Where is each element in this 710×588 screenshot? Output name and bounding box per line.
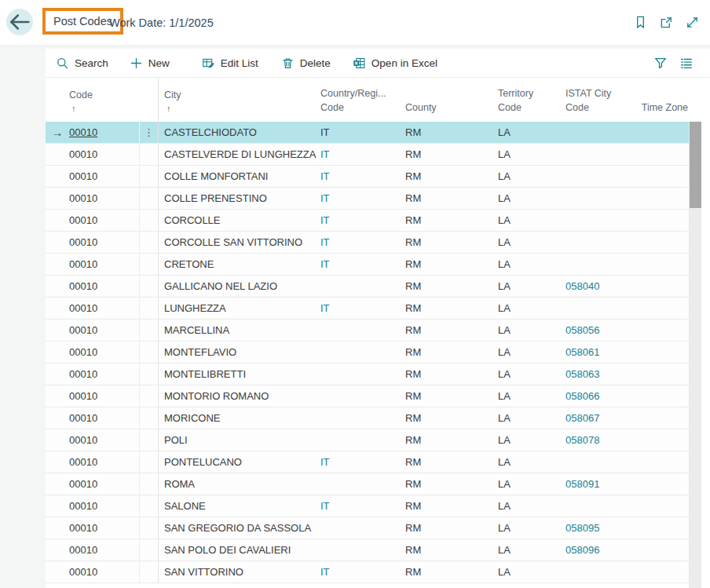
cell-country-region-code[interactable]: IT (320, 188, 405, 209)
cell-istat-city-code[interactable] (565, 232, 631, 253)
cell-county[interactable]: RM (405, 363, 498, 385)
cell-county[interactable]: RM (405, 232, 498, 253)
cell-time-zone[interactable] (631, 429, 689, 451)
cell-territory-code[interactable]: LA (498, 254, 565, 275)
cell-time-zone[interactable] (631, 254, 689, 275)
table-row[interactable]: 00010SAN GREGORIO DA SASSOLARMLA058095 (46, 517, 689, 539)
table-row[interactable]: 00010SALONEITRMLA (46, 495, 689, 517)
cell-city[interactable]: CASTELVERDE DI LUNGHEZZA (159, 144, 320, 165)
cell-country-region-code[interactable]: IT (320, 232, 405, 253)
cell-istat-city-code[interactable] (565, 298, 631, 319)
open-in-excel-button[interactable]: Open in Excel (353, 57, 437, 70)
cell-country-region-code[interactable] (320, 517, 405, 539)
table-row[interactable]: 00010PONTELUCANOITRMLA (46, 451, 689, 473)
cell-time-zone[interactable] (631, 539, 689, 561)
cell-territory-code[interactable]: LA (498, 298, 565, 319)
cell-istat-city-code[interactable]: 058040 (565, 276, 631, 297)
cell-time-zone[interactable] (631, 363, 689, 385)
bookmark-icon[interactable] (633, 15, 648, 30)
popout-icon[interactable] (659, 15, 674, 30)
cell-time-zone[interactable] (631, 210, 689, 231)
cell-time-zone[interactable] (631, 495, 689, 517)
cell-time-zone[interactable] (631, 320, 689, 341)
cell-istat-city-code[interactable] (565, 210, 631, 231)
cell-territory-code[interactable]: LA (498, 210, 565, 231)
cell-city[interactable]: POLI (159, 429, 320, 451)
list-view-icon[interactable] (679, 56, 694, 70)
cell-territory-code[interactable]: LA (498, 363, 565, 385)
table-row[interactable]: 00010SAN VITTORINOITRMLA (46, 561, 689, 583)
cell-city[interactable]: COLLE MONFORTANI (159, 166, 320, 187)
cell-territory-code[interactable]: LA (498, 122, 565, 143)
back-button[interactable] (6, 9, 33, 35)
cell-city[interactable]: CASTELCHIODATO (159, 122, 320, 143)
cell-territory-code[interactable]: LA (498, 341, 565, 363)
cell-time-zone[interactable] (631, 561, 689, 583)
cell-time-zone[interactable] (631, 276, 689, 297)
cell-county[interactable]: RM (405, 254, 498, 275)
cell-territory-code[interactable]: LA (498, 385, 565, 407)
cell-istat-city-code[interactable] (565, 561, 631, 583)
cell-city[interactable]: ROMA (159, 473, 320, 495)
table-row[interactable]: 00010MORICONERMLA058067 (46, 407, 689, 429)
cell-country-region-code[interactable] (320, 276, 405, 297)
edit-list-button[interactable]: Edit List (202, 57, 258, 70)
column-header-country[interactable]: Country/Regi...Code (320, 78, 405, 122)
cell-istat-city-code[interactable]: 058096 (565, 539, 631, 561)
cell-country-region-code[interactable]: IT (320, 210, 405, 231)
cell-county[interactable]: RM (405, 341, 498, 363)
cell-country-region-code[interactable] (320, 320, 405, 341)
cell-time-zone[interactable] (631, 341, 689, 363)
cell-territory-code[interactable]: LA (498, 495, 565, 517)
cell-territory-code[interactable]: LA (498, 166, 565, 187)
table-row[interactable]: 00010CORCOLLE SAN VITTORINOITRMLA (46, 232, 689, 254)
table-row[interactable]: →00010⋮CASTELCHIODATOITRMLA (46, 122, 689, 144)
cell-code[interactable]: 00010 (69, 166, 140, 187)
cell-county[interactable]: RM (405, 407, 498, 429)
table-row[interactable]: 00010CRETONEITRMLA (46, 254, 689, 276)
cell-istat-city-code[interactable] (565, 188, 631, 209)
table-row[interactable]: 00010MONTELIBRETTIRMLA058063 (46, 363, 689, 385)
cell-code[interactable]: 00010 (69, 495, 140, 517)
cell-county[interactable]: RM (405, 122, 498, 143)
cell-city[interactable]: SAN VITTORINO (159, 561, 320, 583)
table-row[interactable]: 00010COLLE MONFORTANIITRMLA (46, 166, 689, 188)
cell-county[interactable]: RM (405, 473, 498, 495)
cell-country-region-code[interactable]: IT (320, 166, 405, 187)
cell-time-zone[interactable] (631, 144, 689, 165)
cell-code[interactable]: 00010 (69, 254, 140, 275)
cell-code[interactable]: 00010 (69, 122, 140, 143)
cell-time-zone[interactable] (631, 298, 689, 319)
cell-country-region-code[interactable] (320, 341, 405, 363)
cell-country-region-code[interactable]: IT (320, 495, 405, 517)
cell-county[interactable]: RM (405, 451, 498, 473)
scrollbar-thumb[interactable] (690, 122, 701, 208)
cell-istat-city-code[interactable] (565, 144, 631, 165)
cell-time-zone[interactable] (631, 517, 689, 539)
cell-country-region-code[interactable]: IT (320, 254, 405, 275)
cell-territory-code[interactable]: LA (498, 407, 565, 429)
cell-code[interactable]: 00010 (69, 385, 140, 407)
cell-istat-city-code[interactable] (565, 122, 631, 143)
expand-icon[interactable] (685, 15, 700, 30)
cell-county[interactable]: RM (405, 144, 498, 165)
cell-code[interactable]: 00010 (69, 298, 140, 319)
cell-istat-city-code[interactable]: 058091 (565, 473, 631, 495)
table-row[interactable]: 00010POLIRMLA058078 (46, 429, 689, 451)
delete-button[interactable]: Delete (281, 57, 331, 70)
cell-territory-code[interactable]: LA (498, 320, 565, 341)
cell-country-region-code[interactable]: IT (320, 451, 405, 473)
cell-time-zone[interactable] (631, 451, 689, 473)
cell-code[interactable]: 00010 (69, 363, 140, 385)
cell-code[interactable]: 00010 (69, 561, 140, 583)
table-row[interactable]: 00010GALLICANO NEL LAZIORMLA058040 (46, 276, 689, 298)
cell-code[interactable]: 00010 (69, 451, 140, 473)
cell-country-region-code[interactable]: IT (320, 122, 405, 143)
cell-time-zone[interactable] (631, 473, 689, 495)
cell-code[interactable]: 00010 (69, 407, 140, 429)
column-header-code[interactable]: Code↑ (69, 78, 140, 122)
cell-time-zone[interactable] (631, 166, 689, 187)
cell-city[interactable]: CORCOLLE (159, 210, 320, 231)
table-row[interactable]: 00010CORCOLLEITRMLA (46, 210, 689, 232)
new-button[interactable]: New (130, 57, 170, 70)
